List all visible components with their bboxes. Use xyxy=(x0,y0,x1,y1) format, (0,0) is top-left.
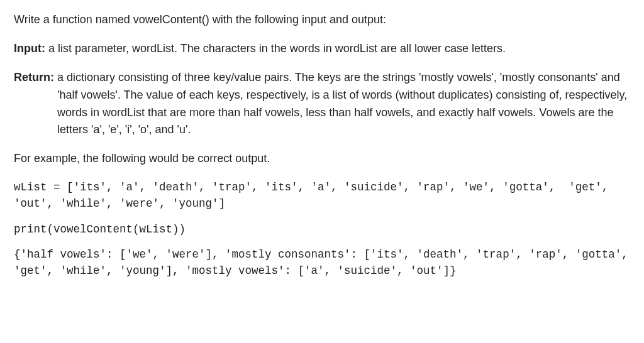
code-output: {'half vowels': ['we', 'were'], 'mostly … xyxy=(14,246,630,280)
example-intro: For example, the following would be corr… xyxy=(14,150,630,168)
intro-paragraph: Write a function named vowelContent() wi… xyxy=(14,11,630,29)
return-body: a dictionary consisting of three key/val… xyxy=(54,69,630,139)
input-paragraph: Input: a list parameter, wordList. The c… xyxy=(14,40,630,58)
return-label: Return: xyxy=(14,69,54,87)
intro-text: Write a function named vowelContent() wi… xyxy=(14,13,386,26)
input-label: Input: xyxy=(14,42,45,55)
input-body: a list parameter, wordList. The characte… xyxy=(45,42,506,55)
return-paragraph: Return: a dictionary consisting of three… xyxy=(14,69,630,139)
code-print: print(vowelContent(wList)) xyxy=(14,221,630,237)
code-wlist: wList = ['its', 'a', 'death', 'trap', 'i… xyxy=(14,179,630,212)
example-intro-text: For example, the following would be corr… xyxy=(14,152,270,165)
document-body: Write a function named vowelContent() wi… xyxy=(0,0,644,298)
